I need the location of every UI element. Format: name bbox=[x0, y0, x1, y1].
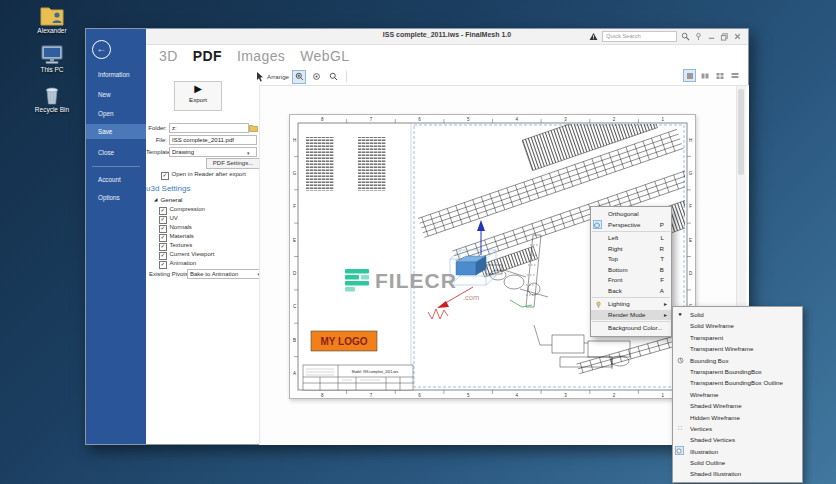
chevron-down-icon[interactable]: ▾ bbox=[247, 148, 250, 158]
browse-folder-icon[interactable] bbox=[249, 124, 258, 132]
sidebar-item-options[interactable]: Options bbox=[86, 190, 146, 205]
tab-images[interactable]: Images bbox=[237, 48, 285, 64]
menu-item-label: Solid bbox=[690, 311, 704, 318]
tab-webgl[interactable]: WebGL bbox=[300, 48, 349, 64]
logo-text: MY LOGO bbox=[320, 336, 367, 347]
option-uv[interactable]: ✓UV bbox=[159, 214, 178, 223]
submenu-item-illustration[interactable]: Illustration bbox=[673, 446, 802, 457]
list-view-icon[interactable] bbox=[728, 69, 741, 82]
submenu-item-transparent-wireframe[interactable]: Transparent Wireframe bbox=[673, 343, 802, 354]
sidebar-item-label: Open bbox=[98, 110, 113, 117]
general-tree-group[interactable]: ◢General bbox=[154, 196, 182, 203]
submenu-item-solid-wireframe[interactable]: Solid Wireframe bbox=[673, 320, 802, 331]
restore-icon[interactable] bbox=[720, 32, 729, 41]
zoom-window-button[interactable] bbox=[292, 70, 306, 84]
checkbox-checked-icon[interactable]: ✓ bbox=[161, 172, 169, 180]
file-input[interactable]: ISS complete_2011.pdf bbox=[169, 135, 257, 145]
menu-item-bottom[interactable]: BottomB bbox=[591, 265, 671, 276]
desktop-icon-this-pc[interactable]: This PC bbox=[22, 44, 82, 73]
export-button[interactable]: ▶ Export bbox=[174, 81, 222, 111]
tab-3d[interactable]: 3D bbox=[159, 48, 178, 64]
menu-item-lighting[interactable]: Lighting ▸ bbox=[591, 299, 671, 310]
pin-icon[interactable] bbox=[694, 32, 703, 41]
option-materials[interactable]: ✓Materials bbox=[159, 232, 194, 241]
grid-label: G bbox=[689, 171, 693, 176]
lighting-icon bbox=[594, 301, 602, 309]
submenu-item-bounding-box[interactable]: Bounding Box bbox=[673, 355, 802, 366]
menu-item-label: Top bbox=[608, 255, 618, 262]
folder-input[interactable]: z: bbox=[169, 123, 249, 133]
submenu-item-transparent[interactable]: Transparent bbox=[673, 332, 802, 343]
tree-expanded-icon[interactable]: ◢ bbox=[154, 197, 157, 202]
menu-shortcut: P bbox=[660, 220, 664, 231]
submenu-item-shaded-wireframe[interactable]: Shaded Wireframe bbox=[673, 400, 802, 411]
option-current-viewport[interactable]: ✓Current Viewport bbox=[159, 250, 214, 259]
menu-item-back[interactable]: BackA bbox=[591, 286, 671, 297]
logo-placeholder: MY LOGO bbox=[311, 331, 377, 351]
menu-item-perspective[interactable]: Perspective P bbox=[591, 220, 671, 231]
submenu-item-vertices[interactable]: ∷ Vertices bbox=[673, 423, 802, 434]
submenu-item-wireframe[interactable]: Wireframe bbox=[673, 389, 802, 400]
tab-pdf[interactable]: PDF bbox=[193, 48, 222, 64]
u3d-settings-heading: u3d Settings bbox=[146, 184, 190, 193]
option-normals[interactable]: ✓Normals bbox=[159, 223, 192, 232]
open-in-reader-row[interactable]: ✓Open in Reader after export bbox=[161, 170, 246, 179]
ribbon-tabs: 3D PDF Images WebGL bbox=[159, 48, 349, 64]
sidebar-item-open[interactable]: Open bbox=[86, 106, 146, 121]
menu-item-front[interactable]: FrontF bbox=[591, 275, 671, 286]
grid-view-icon[interactable] bbox=[713, 69, 726, 82]
minimize-icon[interactable] bbox=[707, 32, 716, 41]
close-icon[interactable] bbox=[733, 32, 742, 41]
sidebar-item-save[interactable]: Save bbox=[86, 124, 146, 139]
submenu-item-solid-outline[interactable]: Solid Outline bbox=[673, 457, 802, 468]
pdf-settings-button[interactable]: PDF Settings... bbox=[206, 158, 260, 169]
menu-item-render-mode[interactable]: Render Mode ▸ bbox=[591, 310, 671, 321]
single-page-view-icon[interactable] bbox=[683, 69, 696, 82]
sidebar-item-account[interactable]: Account bbox=[86, 172, 146, 187]
option-compression[interactable]: ✓Compression bbox=[159, 205, 205, 214]
sidebar-item-new[interactable]: New bbox=[86, 87, 146, 102]
option-animation[interactable]: ✓Animation bbox=[159, 259, 196, 268]
warning-icon[interactable] bbox=[589, 32, 598, 41]
desktop-icon-label: This PC bbox=[40, 66, 63, 73]
quick-search-input[interactable]: Quick Search bbox=[602, 31, 677, 42]
existing-pivots-select[interactable]: Bake to Animation ▾ bbox=[187, 269, 263, 279]
submenu-item-transparent-boundingbox[interactable]: Transparent BoundingBox bbox=[673, 366, 802, 377]
grid-label: 2 bbox=[613, 393, 616, 398]
selected-object-gizmo[interactable] bbox=[428, 220, 532, 319]
pan-button[interactable] bbox=[309, 70, 323, 84]
menu-item-label: Render Mode bbox=[608, 311, 646, 318]
existing-pivots-value: Bake to Animation bbox=[190, 271, 238, 277]
grid-label: 3 bbox=[564, 393, 567, 398]
desktop: Alexander This PC Recycle Bin ISS comple… bbox=[0, 0, 836, 484]
option-label: Textures bbox=[170, 242, 193, 248]
submenu-item-solid[interactable]: ● Solid bbox=[673, 309, 802, 320]
submenu-item-transparent-boundingbox-outline[interactable]: Transparent BoundingBox Outline bbox=[673, 377, 802, 388]
scrollbar-thumb[interactable] bbox=[738, 89, 744, 175]
submenu-item-shaded-illustration[interactable]: Shaded Illustration bbox=[673, 468, 802, 479]
menu-item-top[interactable]: TopT bbox=[591, 254, 671, 265]
file-row: File: ISS complete_2011.pdf bbox=[146, 135, 261, 145]
up-axis-arrow bbox=[477, 220, 485, 231]
zoom-button[interactable] bbox=[326, 70, 340, 84]
illustration-icon bbox=[675, 446, 684, 455]
sidebar-item-information[interactable]: Information bbox=[86, 67, 146, 82]
sidebar-item-close[interactable]: Close bbox=[86, 145, 146, 160]
checkbox-checked-icon[interactable]: ✓ bbox=[159, 261, 167, 269]
template-select[interactable]: Drawing bbox=[169, 147, 257, 157]
desktop-icon-recycle-bin[interactable]: Recycle Bin bbox=[22, 84, 82, 113]
arrange-label[interactable]: Arrange bbox=[267, 73, 289, 80]
back-button[interactable]: ← bbox=[92, 40, 111, 59]
menu-item-background-color[interactable]: Background Color... bbox=[591, 323, 671, 334]
desktop-icon-alexander[interactable]: Alexander bbox=[22, 2, 82, 34]
two-page-view-icon[interactable] bbox=[698, 69, 711, 82]
grid-label: C bbox=[293, 304, 297, 309]
menu-item-orthogonal[interactable]: Orthogonal bbox=[591, 209, 671, 220]
submenu-item-hidden-wireframe[interactable]: Hidden Wireframe bbox=[673, 412, 802, 423]
search-icon[interactable] bbox=[681, 32, 690, 41]
option-textures[interactable]: ✓Textures bbox=[159, 241, 192, 250]
menu-item-right[interactable]: RightR bbox=[591, 244, 671, 255]
submenu-item-shaded-vertices[interactable]: Shaded Vertices bbox=[673, 434, 802, 445]
menu-shortcut: R bbox=[660, 244, 664, 255]
menu-item-left[interactable]: LeftL bbox=[591, 233, 671, 244]
